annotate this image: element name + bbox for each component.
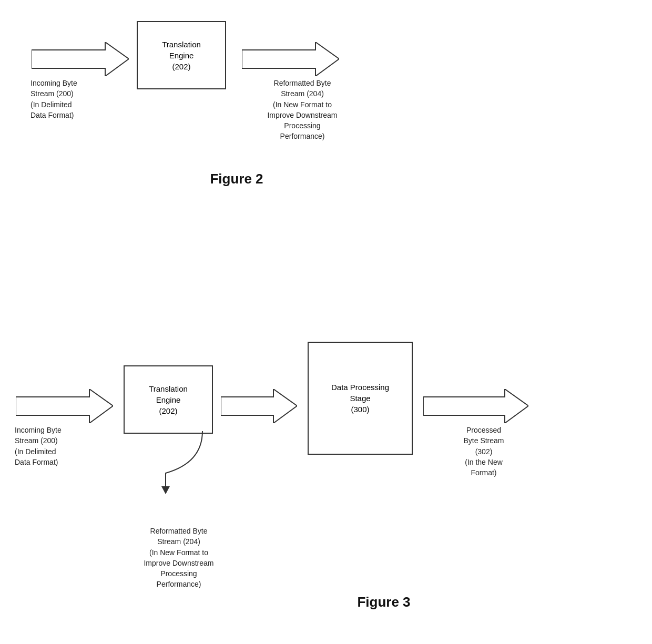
svg-marker-3	[221, 389, 297, 423]
fig3-arrow3	[423, 389, 528, 425]
svg-marker-1	[242, 42, 339, 76]
svg-marker-5	[161, 486, 170, 494]
fig3-arrow1	[16, 389, 113, 425]
fig3-title: Figure 3	[305, 594, 463, 610]
fig3-curved-arrow	[124, 431, 229, 496]
svg-marker-2	[16, 389, 113, 423]
fig2-box1: Translation Engine (202)	[137, 21, 226, 89]
svg-marker-0	[32, 42, 129, 76]
fig3-box1: Translation Engine (202)	[124, 365, 213, 434]
diagram-container: Incoming Byte Stream (200) (In Delimited…	[0, 0, 652, 644]
fig3-arrow1-label: Incoming Byte Stream (200) (In Delimited…	[15, 425, 120, 467]
fig2-title: Figure 2	[158, 171, 315, 187]
svg-marker-4	[423, 389, 528, 423]
fig3-arrow3-label: Processed Byte Stream (302) (In the New …	[431, 425, 536, 478]
fig3-arrow2	[221, 389, 297, 425]
fig3-box2: Data Processing Stage (300)	[308, 342, 413, 455]
fig2-arrow1-label: Incoming Byte Stream (200) (In Delimited…	[30, 78, 136, 120]
fig2-arrow1	[32, 42, 129, 78]
fig2-arrow2-label: Reformatted Byte Stream (204) (In New Fo…	[242, 78, 363, 142]
fig2-arrow2	[242, 42, 339, 78]
fig3-curved-label: Reformatted Byte Stream (204) (In New Fo…	[116, 526, 242, 590]
